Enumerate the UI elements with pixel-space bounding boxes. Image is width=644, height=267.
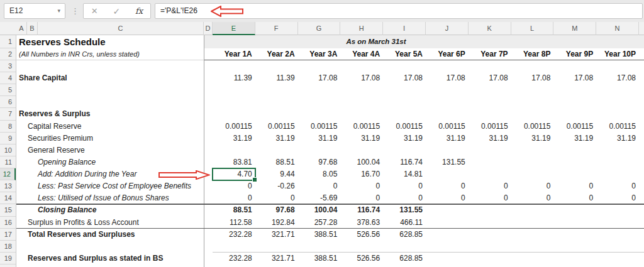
cell-E16[interactable]: 112.58 (213, 217, 255, 229)
cell-I4[interactable]: 17.08 (383, 72, 426, 84)
cell-G13[interactable]: 0 (298, 180, 341, 192)
cell-L9[interactable]: 31.19 (511, 133, 554, 144)
cell-E13[interactable]: 0 (213, 180, 255, 192)
cell-E11[interactable]: 83.81 (213, 156, 255, 168)
cell-H4[interactable]: 17.08 (340, 72, 383, 84)
cell-H14[interactable]: 0 (340, 192, 383, 204)
fill-handle[interactable] (252, 177, 257, 182)
row-label-11[interactable]: Opening Balance (38, 156, 96, 168)
cell-G4[interactable]: 17.08 (298, 72, 341, 84)
cell-E4[interactable]: 11.39 (213, 72, 255, 84)
cell-F19[interactable]: 321.71 (255, 253, 298, 264)
row-label-9[interactable]: Securities Premium (28, 133, 93, 144)
cell-N8[interactable]: 0.00115 (596, 121, 639, 133)
cell-H19[interactable]: 526.56 (340, 253, 383, 264)
cell-F11[interactable]: 88.51 (255, 156, 298, 168)
row-label-4[interactable]: Share Capital (19, 72, 67, 84)
cell-J13[interactable]: 0 (426, 180, 469, 192)
cell-G19[interactable]: 388.51 (298, 253, 341, 264)
cell-G15[interactable]: 100.04 (298, 204, 341, 216)
cell-N14[interactable]: 0 (596, 192, 639, 204)
cell-K14[interactable]: 0 (469, 192, 511, 204)
cell-G11[interactable]: 97.68 (298, 156, 341, 168)
cell-H9[interactable]: 31.19 (340, 133, 383, 144)
cell-M9[interactable]: 31.19 (553, 133, 596, 144)
cell-H17[interactable]: 526.56 (340, 229, 383, 241)
cell-L14[interactable]: 0 (511, 192, 554, 204)
row-label-8[interactable]: Capital Reserve (28, 121, 81, 133)
row-label-14[interactable]: Less: Utilised of Issue of Bonus Shares (38, 192, 169, 204)
cell-G14[interactable]: -5.69 (298, 192, 341, 204)
cell-H12[interactable]: 16.70 (340, 168, 383, 180)
row-label-12[interactable]: Add: Addition During the Year (38, 168, 136, 180)
cell-E15[interactable]: 88.51 (213, 204, 255, 216)
cell-E2[interactable]: Year 1A (213, 48, 255, 60)
cell-G2[interactable]: Year 3A (298, 48, 341, 60)
cell-G9[interactable]: 31.19 (298, 133, 341, 144)
cell-K4[interactable]: 17.08 (469, 72, 511, 84)
row-label-15[interactable]: Closing Balance (38, 204, 96, 216)
cell-H16[interactable]: 378.63 (340, 217, 383, 229)
cell-E19[interactable]: 232.28 (213, 253, 255, 264)
cell-G8[interactable]: 0.00115 (298, 121, 341, 133)
cell-F13[interactable]: -0.26 (255, 180, 298, 192)
cell-M13[interactable]: 0 (553, 180, 596, 192)
page-title[interactable]: Reserves Schedule (19, 35, 106, 48)
cell-M14[interactable]: 0 (553, 192, 596, 204)
cell-K2[interactable]: Year 7P (469, 48, 511, 60)
cell-M2[interactable]: Year 9P (553, 48, 596, 60)
cell-J14[interactable]: 0 (426, 192, 469, 204)
cell-K8[interactable]: 0.00115 (469, 121, 511, 133)
cell-J2[interactable]: Year 6P (426, 48, 469, 60)
cell-I14[interactable]: 0 (383, 192, 426, 204)
cell-E14[interactable]: 0 (213, 192, 255, 204)
cell-I16[interactable]: 466.11 (383, 217, 426, 229)
cell-F17[interactable]: 321.71 (255, 229, 298, 241)
cell-J4[interactable]: 17.08 (426, 72, 469, 84)
cell-L13[interactable]: 0 (511, 180, 554, 192)
cell-L2[interactable]: Year 8P (511, 48, 554, 60)
row-label-19[interactable]: Reserves and Surplus as stated in BS (28, 253, 163, 264)
cell-H2[interactable]: Year 4A (340, 48, 383, 60)
cell-I19[interactable]: 628.85 (383, 253, 426, 264)
row-label-13[interactable]: Less: Past Service Cost of Employee Bene… (38, 180, 191, 192)
cell-J11[interactable]: 131.55 (426, 156, 469, 168)
cell-M8[interactable]: 0.00115 (553, 121, 596, 133)
cell-F16[interactable]: 192.84 (255, 217, 298, 229)
cell-F9[interactable]: 31.19 (255, 133, 298, 144)
cell-M4[interactable]: 17.08 (553, 72, 596, 84)
cell-G16[interactable]: 257.28 (298, 217, 341, 229)
cell-I11[interactable]: 116.74 (383, 156, 426, 168)
cell-L4[interactable]: 17.08 (511, 72, 554, 84)
cell-I2[interactable]: Year 5A (383, 48, 426, 60)
cell-F15[interactable]: 97.68 (255, 204, 298, 216)
row-label-7[interactable]: Reserves & Surplus (19, 108, 90, 120)
cell-I13[interactable]: 0 (383, 180, 426, 192)
cell-H11[interactable]: 100.04 (340, 156, 383, 168)
cell-L8[interactable]: 0.00115 (511, 121, 554, 133)
cell-I15[interactable]: 131.55 (383, 204, 426, 216)
cell-F12[interactable]: 9.44 (255, 168, 298, 180)
cell-K13[interactable]: 0 (469, 180, 511, 192)
as-on-banner[interactable]: As on March 31st (213, 35, 540, 48)
cell-N2[interactable]: Year 10P (596, 48, 639, 60)
cell-E17[interactable]: 232.28 (213, 229, 255, 241)
row-label-10[interactable]: General Reserve (28, 144, 85, 156)
cell-F2[interactable]: Year 2A (255, 48, 298, 60)
selected-cell-outline[interactable] (212, 168, 257, 181)
cell-K9[interactable]: 31.19 (469, 133, 511, 144)
cell-J9[interactable]: 31.19 (426, 133, 469, 144)
cell-I12[interactable]: 14.81 (383, 168, 426, 180)
cell-I9[interactable]: 31.19 (383, 133, 426, 144)
cell-G12[interactable]: 8.05 (298, 168, 341, 180)
cell-J8[interactable]: 0.00115 (426, 121, 469, 133)
cell-H15[interactable]: 116.74 (340, 204, 383, 216)
cell-H13[interactable]: 0 (340, 180, 383, 192)
cell-I8[interactable]: 0.00115 (383, 121, 426, 133)
cell-H8[interactable]: 0.00115 (340, 121, 383, 133)
cell-F8[interactable]: 0.00115 (255, 121, 298, 133)
cell-E8[interactable]: 0.00115 (213, 121, 255, 133)
cell-E9[interactable]: 31.19 (213, 133, 255, 144)
cell-N9[interactable]: 31.19 (596, 133, 639, 144)
cell-G17[interactable]: 388.51 (298, 229, 341, 241)
